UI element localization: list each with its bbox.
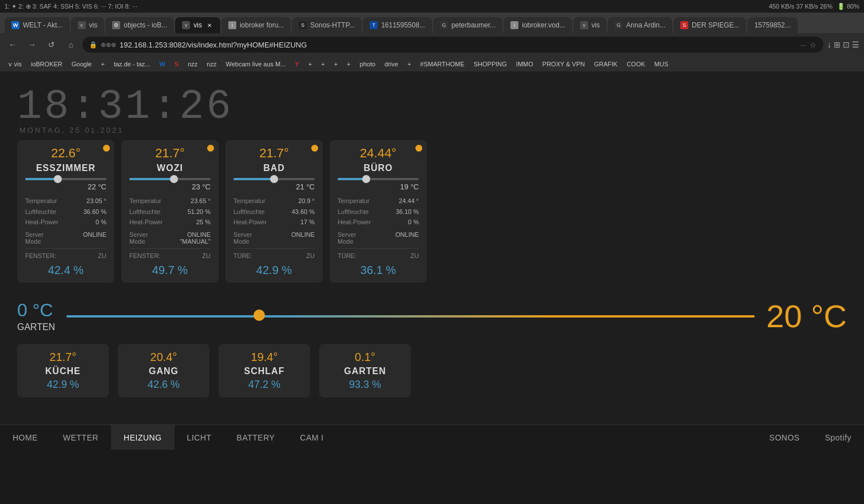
tab-vis3[interactable]: v vis — [573, 17, 607, 33]
room-slider-handle-buero — [362, 175, 370, 183]
room-slider-handle-bad — [270, 175, 278, 183]
small-room-card-gang: 20.4° GANG 42.6 % — [118, 344, 209, 398]
bookmark-iobroker[interactable]: ioBROKER — [27, 58, 66, 70]
bookmark-w[interactable]: W — [156, 58, 169, 70]
small-room-temp-garten2: 0.1° — [331, 351, 399, 364]
sidebar-icon[interactable]: ⊞ — [834, 40, 841, 49]
tab-label-objects: objects - ioB... — [124, 21, 167, 29]
nav-bar-right: ↓ ⊞ ⊡ ☰ — [827, 39, 859, 50]
tab-favicon-objects: ⚙ — [112, 21, 120, 29]
bookmark-plus4[interactable]: + — [330, 58, 342, 70]
bookmark-taz[interactable]: taz.de - taz... — [110, 58, 154, 70]
bookmark-google[interactable]: Google — [68, 58, 96, 70]
room-slider-handle-esszimmer — [54, 175, 62, 183]
tab-favicon-welt: W — [11, 21, 19, 29]
tab-iobroker-vod[interactable]: i iobroker.vod... — [504, 17, 572, 33]
tab-last[interactable]: 15759852... — [747, 17, 797, 33]
bookmark-webcam[interactable]: Webcam live aus M... — [221, 58, 290, 70]
bookmark-youtube[interactable]: Y — [291, 58, 303, 70]
bookmark-photo[interactable]: photo — [356, 58, 380, 70]
bottom-nav-sonos[interactable]: SONOS — [757, 425, 813, 450]
tab-spiegel[interactable]: S DER SPIEGE... — [673, 17, 746, 33]
tab-favicon-sonos: S — [299, 21, 307, 29]
bookmark-vis[interactable]: vvis — [5, 58, 26, 70]
bookmark-s[interactable]: S — [171, 58, 183, 70]
tab-label-iobroker-vod: iobroker.vod... — [522, 21, 565, 29]
bookmark-smarthome[interactable]: #SMARTHOME — [416, 58, 468, 70]
bookmark-grafik[interactable]: GRAFIK — [590, 58, 621, 70]
bookmark-nzz2[interactable]: nzz — [203, 58, 220, 70]
room-slider-bad[interactable] — [233, 178, 315, 180]
menu-icon[interactable]: ☰ — [852, 40, 859, 49]
bottom-nav-licht[interactable]: LICHT — [175, 425, 224, 450]
address-bar[interactable]: 🔒 ⊕⊕⊕ 192.168.1.253:8082/vis/index.html?… — [82, 37, 823, 53]
bottom-nav-home[interactable]: HOME — [0, 425, 50, 450]
bookmark-shopping[interactable]: SHOPPING — [470, 58, 511, 70]
back-button[interactable]: ← — [5, 37, 21, 53]
bookmark-mus[interactable]: MUS — [651, 58, 672, 70]
tab-vis2[interactable]: v vis ✕ — [175, 17, 220, 33]
room-humidity-wozi: 49.7 % — [129, 264, 211, 277]
bookmark-plus3[interactable]: + — [317, 58, 328, 70]
tab-anna[interactable]: G Anna Ardin... — [608, 17, 672, 33]
small-room-humidity-kueche: 42.9 % — [29, 379, 97, 391]
small-room-name-kueche: KÜCHE — [29, 366, 97, 376]
tab-bar: W WELT - Akt... v vis ⚙ objects - ioB...… — [0, 13, 864, 33]
tab-label-ts: 1611595508... — [381, 21, 425, 29]
room-indicator-buero — [415, 145, 422, 152]
tab-welt[interactable]: W WELT - Akt... — [5, 17, 70, 33]
tab-label-last: 15759852... — [754, 21, 790, 29]
bookmark-nzz1[interactable]: nzz — [184, 58, 201, 70]
tab-favicon-peter: G — [440, 21, 448, 29]
room-slider-esszimmer[interactable] — [25, 178, 106, 180]
bottom-nav-spotify[interactable]: Spotify — [813, 425, 864, 450]
bookmark-plus2[interactable]: + — [304, 58, 316, 70]
bookmark-plus5[interactable]: + — [343, 58, 354, 70]
room-status-wozi: Server ONLINE Mode "MANUAL" — [129, 231, 211, 245]
room-slider-wozi[interactable] — [129, 178, 211, 180]
tab-favicon-iobroker-vod: i — [510, 21, 518, 29]
garten-slider[interactable] — [66, 315, 755, 318]
bookmark-star-icon[interactable]: ☆ — [810, 41, 817, 49]
bookmark-immo[interactable]: IMMO — [512, 58, 537, 70]
bottom-nav-wetter[interactable]: WETTER — [50, 425, 111, 450]
bottom-nav-cam1[interactable]: CAM I — [287, 425, 336, 450]
reload-button[interactable]: ↺ — [43, 37, 60, 53]
tab-sonos[interactable]: S Sonos-HTTP... — [292, 17, 362, 33]
room-slider-buero[interactable] — [338, 178, 419, 180]
bottom-nav-heizung[interactable]: HEIZUNG — [111, 425, 175, 450]
room-card-esszimmer: 22.6° ESSZIMMER 22 °C Temperatur 23.05 ° — [17, 140, 114, 283]
tab-ts[interactable]: T 1611595508... — [363, 17, 432, 33]
home-button[interactable]: ⌂ — [63, 37, 79, 53]
garten-temp-left: 0 °C — [17, 300, 55, 321]
small-room-card-schlaf: 19.4° SCHLAF 47.2 % — [219, 344, 310, 398]
split-icon[interactable]: ⊡ — [843, 40, 850, 49]
room-info-esszimmer: Temperatur 23.05 ° Luftfeuchte 36.60 % H… — [25, 196, 106, 228]
bookmark-plus6[interactable]: + — [403, 58, 415, 70]
small-room-humidity-garten2: 93.3 % — [331, 379, 399, 391]
room-status-esszimmer: Server ONLINE Mode — [25, 231, 106, 245]
reader-icon[interactable]: ··· — [800, 41, 806, 49]
room-info-row-heat: Heat-Power 0 % — [25, 217, 106, 228]
tab-iobroker[interactable]: i iobroker foru... — [221, 17, 291, 33]
room-card-wozi: 21.7° WOZI 23 °C Temperatur 23.65 ° Luft — [121, 140, 219, 283]
tab-favicon-iobroker: i — [228, 21, 236, 29]
room-card-buero: 24.44° BÜRO 19 °C Temperatur 24.44 ° Luf — [330, 140, 427, 283]
bookmark-cook[interactable]: COOK — [623, 58, 649, 70]
room-temp-top-esszimmer: 22.6° — [25, 146, 106, 161]
tab-peter[interactable]: G peterbaumer... — [433, 17, 502, 33]
garten-label: GARTEN — [17, 322, 55, 332]
system-bar-right: 450 KB/s 37 KB/s 26% 🔋 80% — [769, 3, 859, 10]
tab-label-iobroker: iobroker foru... — [240, 21, 284, 29]
bookmark-proxy[interactable]: PROXY & VPN — [538, 58, 589, 70]
download-icon[interactable]: ↓ — [827, 39, 831, 50]
bookmark-drive[interactable]: drive — [381, 58, 402, 70]
bottom-nav-battery[interactable]: BATTERY — [224, 425, 288, 450]
room-temp-top-buero: 24.44° — [338, 146, 419, 161]
bookmarks-bar: vvis ioBROKER Google + taz.de - taz... W… — [0, 56, 864, 72]
forward-button[interactable]: → — [24, 37, 40, 53]
tab-close-vis2[interactable]: ✕ — [205, 21, 213, 29]
bookmark-plus1[interactable]: + — [97, 58, 108, 70]
tab-vis1[interactable]: v vis — [71, 17, 105, 33]
tab-objects[interactable]: ⚙ objects - ioB... — [105, 17, 174, 33]
